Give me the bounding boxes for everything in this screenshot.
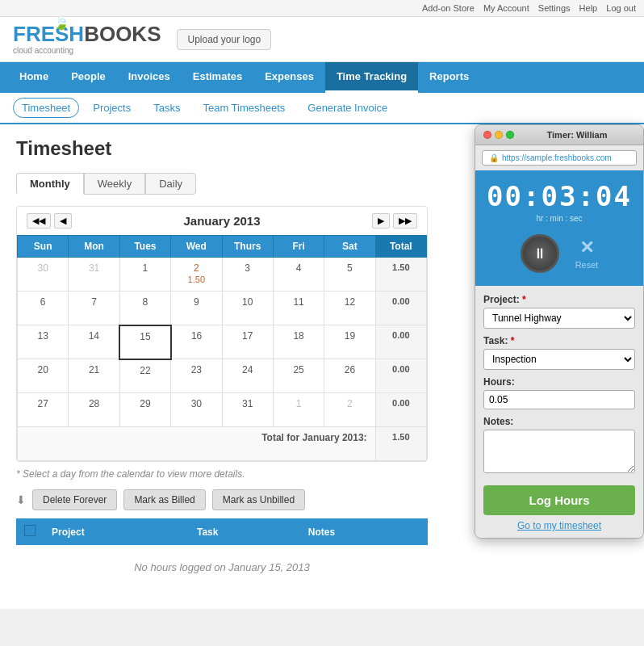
table-header-project: Project: [44, 518, 189, 545]
cal-day[interactable]: 26: [324, 359, 375, 393]
nav-estimates[interactable]: Estimates: [182, 62, 253, 93]
logout-link[interactable]: Log out: [606, 3, 636, 13]
nav-reports[interactable]: Reports: [418, 62, 480, 93]
pause-button[interactable]: ⏸: [521, 234, 559, 273]
cal-day[interactable]: 2: [324, 393, 375, 427]
timer-url: https://sample.freshbooks.com: [502, 153, 612, 162]
cal-day[interactable]: 3: [222, 258, 273, 292]
cal-day[interactable]: 22: [119, 359, 170, 393]
sub-nav: Timesheet Projects Tasks Team Timesheets…: [0, 93, 644, 124]
calendar-total-value: 1.50: [375, 427, 426, 461]
hours-input[interactable]: [483, 390, 635, 409]
notes-label: Notes:: [483, 416, 635, 427]
cal-day[interactable]: 12: [324, 292, 375, 325]
calendar-nav-left: ◀◀ ◀: [27, 213, 72, 229]
addon-store-link[interactable]: Add-on Store: [422, 3, 475, 13]
mark-as-billed-button[interactable]: Mark as Billed: [123, 489, 205, 510]
logo-subtitle: cloud accounting: [13, 46, 161, 55]
cal-day[interactable]: 30: [18, 258, 69, 292]
select-all-checkbox[interactable]: [24, 525, 36, 536]
reset-area[interactable]: ✕ Reset: [575, 237, 599, 271]
cal-day[interactable]: 21: [69, 359, 119, 393]
go-to-timesheet-link[interactable]: Go to my timesheet: [483, 520, 635, 531]
cal-day[interactable]: 28: [69, 393, 119, 427]
cal-day[interactable]: 31: [69, 258, 119, 292]
cal-day[interactable]: 29: [119, 393, 170, 427]
cal-day[interactable]: 24: [222, 359, 273, 393]
cal-prev-prev-button[interactable]: ◀◀: [27, 213, 51, 229]
traffic-lights: [483, 131, 514, 139]
cal-day[interactable]: 16: [171, 325, 222, 359]
cal-prev-button[interactable]: ◀: [54, 213, 72, 229]
nav-expenses[interactable]: Expenses: [253, 62, 325, 93]
cal-day[interactable]: 31: [222, 393, 273, 427]
nav-people[interactable]: People: [60, 62, 117, 93]
calendar-header: ◀◀ ◀ January 2013 ▶ ▶▶: [17, 207, 427, 235]
table-header-checkbox-cell: [16, 518, 44, 545]
cal-day[interactable]: 13: [18, 325, 69, 359]
cal-day[interactable]: 1: [119, 258, 170, 292]
cal-next-button[interactable]: ▶: [372, 213, 390, 229]
cal-day[interactable]: 19: [324, 325, 375, 359]
cal-day[interactable]: 23: [171, 359, 222, 393]
table-header-task: Task: [189, 518, 300, 545]
cal-day[interactable]: 18: [273, 325, 324, 359]
cal-day[interactable]: 20: [18, 359, 69, 393]
maximize-window-button[interactable]: [506, 131, 514, 139]
tab-weekly[interactable]: Weekly: [84, 173, 145, 195]
nav-time-tracking[interactable]: Time Tracking: [325, 62, 418, 93]
cal-day[interactable]: 14: [69, 325, 119, 359]
cal-total: 0.00: [375, 292, 426, 325]
header: FRESHBOOKS 🍃 cloud accounting Upload you…: [0, 17, 644, 62]
reset-label: Reset: [575, 260, 599, 270]
subnav-team-timesheets[interactable]: Team Timesheets: [194, 98, 294, 118]
cal-next-next-button[interactable]: ▶▶: [393, 213, 417, 229]
cal-day[interactable]: 8: [119, 292, 170, 325]
cal-day[interactable]: 5: [324, 258, 375, 292]
page-content: Timesheet Monthly Weekly Daily ◀◀ ◀ Janu…: [0, 124, 644, 609]
cal-day[interactable]: 4: [273, 258, 324, 292]
cal-day[interactable]: 7: [69, 292, 119, 325]
main-nav: Home People Invoices Estimates Expenses …: [0, 62, 644, 93]
cal-day[interactable]: 25: [273, 359, 324, 393]
cal-day[interactable]: 1: [273, 393, 324, 427]
cal-day[interactable]: 17: [222, 325, 273, 359]
cal-header-sat: Sat: [324, 236, 375, 258]
nav-home[interactable]: Home: [8, 62, 60, 93]
my-account-link[interactable]: My Account: [483, 3, 529, 13]
cal-day[interactable]: 21.50: [171, 258, 222, 292]
task-required: *: [511, 335, 515, 346]
close-window-button[interactable]: [483, 131, 491, 139]
cal-day-today[interactable]: 15: [119, 325, 170, 359]
timer-hr-label: hr : min : sec: [483, 214, 635, 223]
cal-day[interactable]: 30: [171, 393, 222, 427]
notes-textarea[interactable]: [483, 430, 635, 473]
nav-invoices[interactable]: Invoices: [117, 62, 182, 93]
hours-label: Hours:: [483, 376, 635, 388]
help-link[interactable]: Help: [579, 3, 598, 13]
subnav-timesheet[interactable]: Timesheet: [13, 98, 79, 118]
subnav-projects[interactable]: Projects: [84, 98, 140, 118]
upload-logo-button[interactable]: Upload your logo: [177, 29, 271, 50]
cal-day[interactable]: 6: [18, 292, 69, 325]
delete-forever-button[interactable]: Delete Forever: [32, 489, 117, 510]
tab-monthly[interactable]: Monthly: [16, 173, 84, 195]
subnav-generate-invoice[interactable]: Generate Invoice: [299, 98, 396, 118]
subnav-tasks[interactable]: Tasks: [144, 98, 189, 118]
cal-header-sun: Sun: [18, 236, 69, 258]
no-hours-message: No hours logged on January 15, 2013: [16, 545, 428, 589]
settings-link[interactable]: Settings: [538, 3, 571, 13]
project-select[interactable]: Tunnel Highway: [483, 308, 635, 329]
cal-day[interactable]: 9: [171, 292, 222, 325]
mark-as-unbilled-button[interactable]: Mark as Unbilled: [212, 489, 305, 510]
log-hours-button[interactable]: Log Hours: [483, 485, 635, 515]
project-row: Project: * Tunnel Highway: [483, 294, 635, 329]
project-required: *: [522, 294, 526, 305]
cal-day[interactable]: 11: [273, 292, 324, 325]
task-select[interactable]: Inspection: [483, 349, 635, 370]
cal-day[interactable]: 27: [18, 393, 69, 427]
tab-daily[interactable]: Daily: [145, 173, 196, 195]
minimize-window-button[interactable]: [495, 131, 503, 139]
cal-header-wed: Wed: [171, 236, 222, 258]
cal-day[interactable]: 10: [222, 292, 273, 325]
